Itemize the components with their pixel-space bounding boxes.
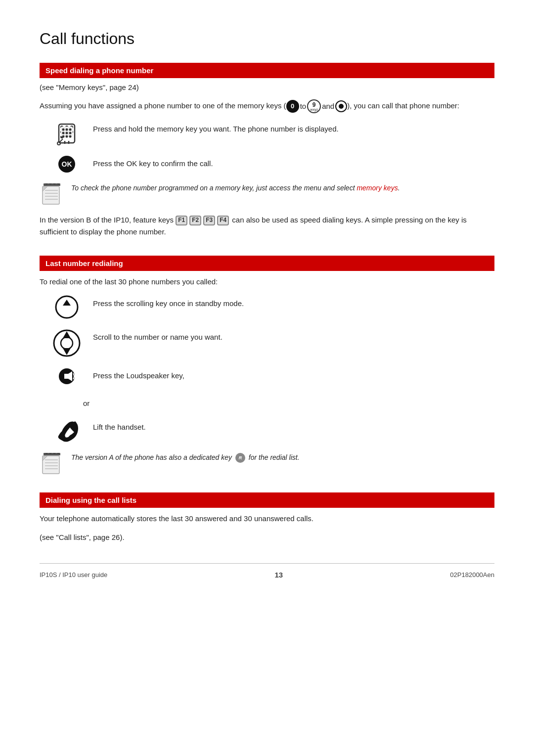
step-scroll-up-text: Press the scrolling key once in standby …	[93, 295, 244, 310]
footer-page-number: 13	[274, 571, 283, 579]
scroll-large-icon	[49, 328, 84, 358]
step-scroll-up: Press the scrolling key once in standby …	[40, 295, 494, 319]
section-header-last-number: Last number redialing	[40, 256, 494, 271]
note-version-a-text: The version A of the phone has also a de…	[71, 452, 300, 463]
svg-point-16	[69, 132, 72, 134]
section-header-call-lists: Dialing using the call lists	[40, 492, 494, 508]
svg-point-13	[69, 129, 72, 131]
note-version-a: The version A of the phone has also a de…	[40, 452, 494, 475]
note-paper-icon-2	[42, 452, 65, 475]
svg-point-19	[69, 135, 72, 138]
svg-marker-32	[63, 300, 71, 306]
note-memory-keys: To check the phone number programmed on …	[40, 182, 494, 205]
memory-key-icon	[49, 120, 84, 146]
key-0-icon: 0	[286, 100, 299, 113]
see-ref-memory-keys: (see "Memory keys", page 24)	[40, 83, 494, 91]
svg-rect-10	[61, 127, 73, 136]
key-9-icon: 9 wxyz	[307, 99, 321, 113]
key-bullet-icon	[335, 100, 347, 112]
svg-marker-36	[63, 348, 71, 355]
loudspeaker-icon	[49, 367, 84, 386]
svg-point-31	[56, 296, 78, 318]
note-memory-keys-text: To check the phone number programmed on …	[71, 182, 400, 193]
f2-key-icon: F2	[189, 216, 201, 225]
note-paper-icon	[42, 182, 65, 205]
ok-key-icon: OK	[49, 155, 84, 174]
section-header-speed-dialing: Speed dialing a phone number	[40, 63, 494, 78]
f4-key-icon: F4	[217, 216, 229, 225]
step-or-text: or	[83, 395, 89, 409]
section-last-number: Last number redialing To redial one of t…	[40, 256, 494, 475]
page-footer: IP10S / IP10 user guide 13 02P182000Aen	[40, 563, 494, 584]
svg-point-34	[61, 337, 73, 349]
step-scroll-large-text: Scroll to the number or name you want.	[93, 328, 222, 343]
svg-marker-35	[63, 331, 71, 338]
f3-key-icon: F3	[203, 216, 215, 225]
last-number-intro: To redial one of the last 30 phone numbe…	[40, 276, 494, 288]
step-loudspeaker: Press the Loudspeaker key,	[40, 367, 494, 386]
svg-point-15	[66, 132, 68, 134]
redial-key-inline-icon: R	[235, 453, 245, 463]
step-memory-key-text: Press and hold the memory key you want. …	[93, 120, 339, 135]
handset-icon	[49, 418, 84, 443]
step-handset: Lift the handset.	[40, 418, 494, 443]
svg-point-17	[62, 135, 65, 138]
svg-point-21	[57, 142, 60, 145]
call-lists-body2: (see "Call lists", page 26).	[40, 532, 494, 543]
section-call-lists: Dialing using the call lists Your teleph…	[40, 492, 494, 543]
svg-point-18	[66, 135, 68, 138]
step-loudspeaker-text: Press the Loudspeaker key,	[93, 367, 184, 382]
svg-point-11	[62, 129, 65, 131]
step-ok-key: OK Press the OK key to confirm the call.	[40, 155, 494, 174]
scroll-up-icon	[49, 295, 84, 319]
f1-key-icon: F1	[176, 216, 187, 225]
svg-point-14	[62, 132, 65, 134]
memory-keys-link[interactable]: memory keys	[356, 184, 398, 192]
step-or: or	[40, 395, 494, 409]
footer-right: 02P182000Aen	[450, 571, 494, 578]
speed-dialing-versionb: In the version B of the IP10, feature ke…	[40, 214, 494, 238]
page-title: Call functions	[40, 30, 494, 48]
section-speed-dialing: Speed dialing a phone number (see "Memor…	[40, 63, 494, 238]
speed-dialing-intro: Assuming you have assigned a phone numbe…	[40, 99, 494, 113]
step-memory-key: Press and hold the memory key you want. …	[40, 120, 494, 146]
svg-point-12	[66, 129, 68, 131]
step-scroll-large: Scroll to the number or name you want.	[40, 328, 494, 358]
svg-text:OK: OK	[62, 160, 72, 168]
step-ok-text: Press the OK key to confirm the call.	[93, 155, 213, 170]
call-lists-body1: Your telephone automatically stores the …	[40, 513, 494, 525]
step-handset-text: Lift the handset.	[93, 418, 146, 433]
footer-left: IP10S / IP10 user guide	[40, 571, 107, 578]
svg-marker-38	[64, 374, 68, 379]
